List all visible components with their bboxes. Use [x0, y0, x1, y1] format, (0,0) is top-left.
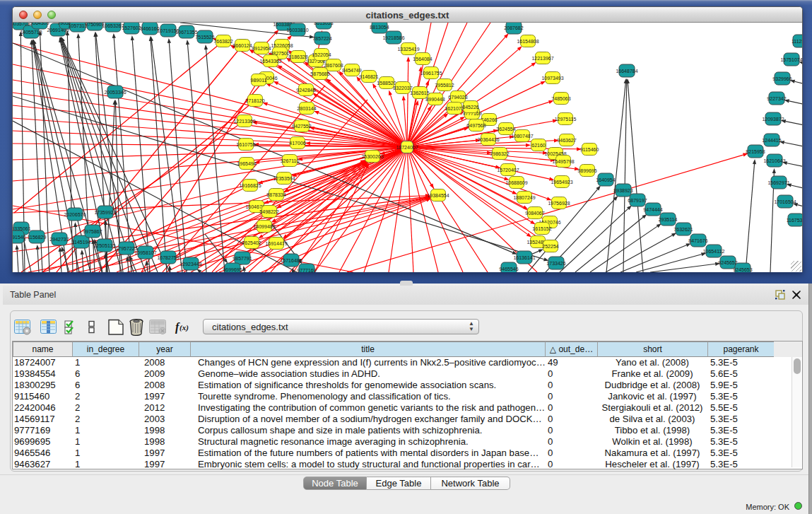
svg-text:19756928: 19756928 — [548, 201, 570, 206]
svg-text:8322037: 8322037 — [393, 86, 412, 90]
svg-text:9463627: 9463627 — [557, 138, 576, 143]
svg-text:989011: 989011 — [251, 78, 267, 83]
svg-text:8186328: 8186328 — [288, 54, 307, 59]
svg-text:16782759: 16782759 — [157, 255, 179, 260]
svg-text:16543362: 16543362 — [259, 59, 281, 64]
svg-text:16210643: 16210643 — [763, 158, 785, 163]
svg-text:12923448: 12923448 — [180, 262, 201, 267]
svg-text:9227342: 9227342 — [767, 96, 786, 101]
svg-text:8660124: 8660124 — [233, 43, 252, 48]
svg-text:7986322: 7986322 — [490, 151, 509, 156]
svg-text:12213369: 12213369 — [233, 119, 255, 124]
svg-text:16914479: 16914479 — [265, 241, 287, 246]
svg-text:252254: 252254 — [542, 244, 558, 249]
svg-text:10973493: 10973493 — [541, 76, 563, 81]
svg-text:9245653: 9245653 — [733, 267, 752, 272]
svg-text:17016504: 17016504 — [774, 199, 796, 204]
svg-text:15495798: 15495798 — [552, 159, 574, 164]
svg-text:15720407: 15720407 — [497, 168, 519, 173]
svg-text:18724007: 18724007 — [396, 145, 418, 150]
svg-text:16136141: 16136141 — [513, 255, 535, 260]
svg-text:8454749: 8454749 — [342, 68, 361, 73]
svg-text:9064309: 9064309 — [30, 23, 49, 25]
svg-text:1362615: 1362615 — [410, 90, 429, 95]
svg-text:7955812: 7955812 — [435, 83, 454, 88]
svg-text:1733426: 1733426 — [546, 261, 565, 266]
svg-text:12975115: 12975115 — [555, 117, 577, 122]
svg-text:1640954: 1640954 — [596, 177, 615, 182]
svg-text:7515526: 7515526 — [195, 35, 214, 40]
svg-text:9975867: 9975867 — [83, 229, 102, 234]
svg-text:10958107: 10958107 — [134, 250, 156, 255]
svg-text:7625402: 7625402 — [242, 240, 261, 245]
svg-text:845226: 845226 — [462, 105, 478, 110]
svg-text:5498222: 5498222 — [259, 209, 278, 214]
svg-text:10807487: 10807487 — [511, 134, 533, 139]
svg-text:15716485: 15716485 — [280, 258, 302, 263]
svg-text:1615152: 1615152 — [532, 226, 551, 231]
svg-text:2935114: 2935114 — [659, 217, 678, 222]
svg-text:417006: 417006 — [289, 141, 305, 146]
svg-text:10688609: 10688609 — [505, 180, 527, 185]
svg-text:3267110: 3267110 — [281, 158, 300, 163]
svg-text:16648784: 16648784 — [616, 69, 637, 74]
svg-text:19654923: 19654923 — [551, 180, 572, 185]
svg-text:16154808: 16154808 — [517, 39, 539, 44]
svg-text:10671355: 10671355 — [175, 30, 197, 35]
svg-text:10654112: 10654112 — [703, 249, 725, 254]
svg-text:7632621: 7632621 — [673, 227, 693, 232]
svg-text:2867608: 2867608 — [324, 63, 343, 68]
svg-text:8938923: 8938923 — [613, 188, 632, 193]
svg-text:9146821: 9146821 — [359, 74, 378, 79]
svg-text:9474444: 9474444 — [643, 207, 662, 212]
svg-text:6497568: 6497568 — [466, 123, 486, 128]
svg-text:1156829: 1156829 — [28, 235, 47, 240]
svg-text:12213967: 12213967 — [531, 56, 553, 61]
svg-text:1610755: 1610755 — [236, 142, 255, 147]
svg-text:14055713: 14055713 — [20, 30, 42, 35]
svg-text:(x): (x) — [180, 323, 189, 332]
svg-text:15692971: 15692971 — [767, 180, 789, 185]
svg-text:6879197: 6879197 — [628, 198, 647, 203]
svg-text:15751074: 15751074 — [780, 57, 802, 62]
svg-text:19218586: 19218586 — [382, 35, 404, 40]
svg-text:9391540: 9391540 — [13, 235, 26, 240]
svg-text:9245652: 9245652 — [718, 260, 737, 265]
svg-text:2087682: 2087682 — [504, 25, 523, 30]
svg-text:9857791: 9857791 — [233, 256, 252, 261]
svg-text:25300203: 25300203 — [361, 154, 383, 159]
svg-text:7485063: 7485063 — [551, 96, 570, 101]
svg-text:20364436: 20364436 — [477, 137, 499, 142]
svg-text:5875685: 5875685 — [310, 71, 329, 76]
svg-text:1244415: 1244415 — [762, 138, 781, 143]
svg-text:2942737: 2942737 — [49, 237, 69, 242]
svg-text:1965494: 1965494 — [237, 161, 256, 166]
svg-text:17359924: 17359924 — [94, 210, 116, 215]
svg-text:6794028: 6794028 — [448, 95, 467, 100]
svg-text:3624554: 3624554 — [496, 127, 515, 132]
svg-text:19384554: 19384554 — [427, 193, 449, 198]
svg-text:8215958: 8215958 — [746, 149, 765, 154]
svg-text:8427552: 8427552 — [292, 124, 311, 129]
svg-text:2803144: 2803144 — [297, 106, 316, 111]
svg-text:1145194: 1145194 — [72, 240, 91, 245]
svg-text:1522054: 1522054 — [312, 52, 331, 57]
svg-text:9115460: 9115460 — [580, 147, 599, 152]
svg-text:9084067: 9084067 — [525, 211, 544, 216]
svg-text:8912954: 8912954 — [252, 46, 271, 51]
svg-text:62160: 62160 — [531, 143, 546, 148]
svg-text:12353594: 12353594 — [273, 176, 295, 181]
svg-text:8990448: 8990448 — [425, 97, 445, 102]
svg-text:13325419: 13325419 — [397, 47, 419, 52]
svg-text:8813054: 8813054 — [370, 25, 389, 30]
svg-text:9777169: 9777169 — [297, 268, 316, 272]
svg-text:14099489: 14099489 — [253, 224, 275, 229]
svg-text:10653267: 10653267 — [102, 23, 124, 28]
svg-text:20053346: 20053346 — [104, 90, 126, 95]
svg-text:12505135: 12505135 — [93, 243, 115, 248]
svg-text:7857224: 7857224 — [312, 36, 331, 41]
svg-text:1167533: 1167533 — [787, 218, 802, 223]
svg-text:20206576: 20206576 — [64, 212, 86, 217]
svg-text:1527602: 1527602 — [122, 25, 141, 30]
svg-text:1621072: 1621072 — [445, 106, 464, 111]
